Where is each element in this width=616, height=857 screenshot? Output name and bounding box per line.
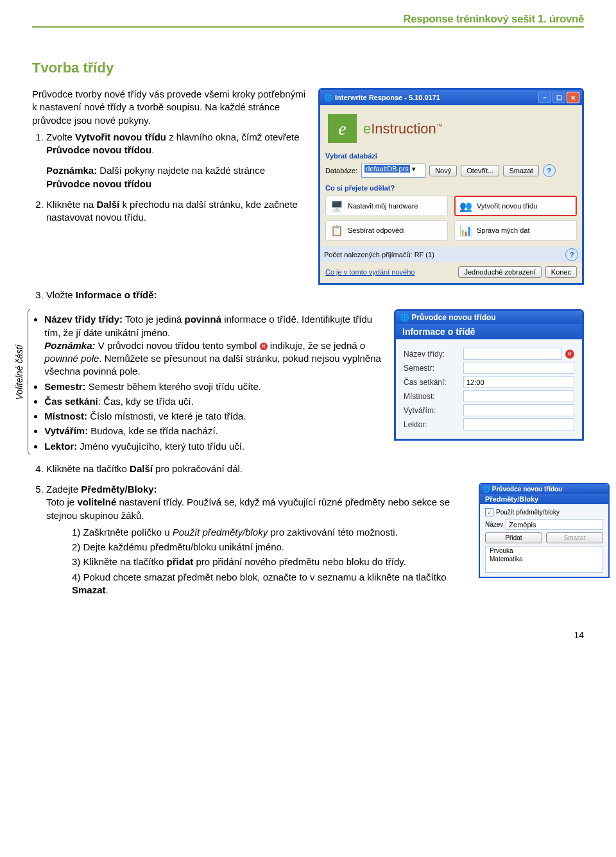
- step-2: Klikněte na Další k přechodu na další st…: [46, 198, 307, 225]
- input-time[interactable]: 12:00: [463, 376, 574, 388]
- option-manage-data[interactable]: 📊Správa mých dat: [454, 220, 577, 241]
- option-collect[interactable]: 📋Sesbírat odpovědi: [325, 220, 448, 241]
- db-section-label: Vybrat databázi: [325, 152, 577, 160]
- step-4: Klikněte na tlačítko Další pro pokračová…: [46, 462, 584, 475]
- bullet-time: Čas setkání: Čas, kdy se třída učí.: [44, 395, 382, 408]
- label-subject-name: Název: [485, 521, 503, 528]
- label-building: Vytvářím:: [404, 406, 458, 415]
- input-lecturer[interactable]: [463, 418, 574, 430]
- wizard3-section: Předměty/Bloky: [480, 494, 608, 504]
- titlebar: 🌐 Interwrite Response - 5.10.0171 – ☐ ✕: [320, 90, 582, 105]
- wizard-titlebar: 🌐 Průvodce novou třídou: [396, 311, 582, 324]
- bullet-room: Místnost: Číslo místnosti, ve které je t…: [44, 410, 382, 423]
- intro-para: Průvodce tvorby nové třídy vás provede v…: [32, 88, 307, 127]
- db-select[interactable]: defaultDB.prs ▾: [361, 164, 425, 178]
- wizard3-titlebar: 🌐 Průvodce novou třídou: [480, 484, 608, 494]
- page-h1: Tvorba třídy: [32, 60, 584, 76]
- bracket-icon: [27, 309, 30, 455]
- required-icon: ✕: [260, 343, 268, 350]
- brand-text: eInstruction™: [363, 121, 443, 137]
- header-title: Response tréninkový sešit 1. úrovně: [32, 13, 584, 26]
- maximize-icon[interactable]: ☐: [552, 92, 565, 103]
- add-button[interactable]: Přidat: [485, 532, 542, 543]
- input-subject-name[interactable]: Zeměpis: [506, 519, 603, 530]
- bullet-lecturer: Lektor: Jméno vyučujícího, který tuto tř…: [44, 440, 382, 453]
- option-hardware[interactable]: 🖥️Nastavit můj hardware: [325, 196, 448, 216]
- open-button[interactable]: Otevřít...: [461, 165, 499, 176]
- input-semester[interactable]: [463, 362, 574, 374]
- db-field-label: Databáze:: [325, 167, 357, 174]
- bullet-semester: Semestr: Semestr během kterého svoji tří…: [44, 380, 382, 393]
- wizard-title: 🌐 Průvodce novou třídou: [400, 313, 496, 322]
- label-room: Místnost:: [404, 392, 458, 401]
- wizard-section-title: Informace o třídě: [396, 324, 582, 339]
- create-class-icon: 👥: [459, 199, 473, 213]
- status-bar: Počet nalezených přijímačů: RF (1) ?: [320, 247, 582, 262]
- step-3: Vložte Informace o třídě:: [46, 289, 584, 301]
- status-help-icon[interactable]: ?: [565, 248, 578, 261]
- bullet-class-name: Název třídy třídy: Toto je jediná povinn…: [44, 313, 382, 378]
- input-building[interactable]: [463, 404, 574, 416]
- hardware-icon: 🖥️: [330, 199, 344, 213]
- required-icon: ✕: [565, 350, 574, 359]
- whats-new-link[interactable]: Co je v tomto vydání nového: [325, 268, 415, 276]
- subjects-list[interactable]: Prvouka Matematika: [485, 546, 603, 573]
- logo-row: eInstruction™: [325, 110, 577, 149]
- simple-view-button[interactable]: Jednoduché zobrazení: [458, 266, 541, 278]
- window-title: 🌐 Interwrite Response - 5.10.0171: [324, 94, 440, 102]
- screenshot-main-window: 🌐 Interwrite Response - 5.10.0171 – ☐ ✕ …: [318, 88, 584, 285]
- delete-button[interactable]: Smazat: [503, 165, 538, 176]
- screenshot-wizard-subjects: 🌐 Průvodce novou třídou Předměty/Bloky ✓…: [479, 483, 610, 578]
- page-number: 14: [32, 630, 584, 640]
- close-icon[interactable]: ✕: [567, 92, 579, 103]
- checkbox-icon: ✓: [485, 508, 493, 516]
- optional-parts-label: Volitelné části: [13, 309, 24, 455]
- bullet-building: Vytvářím: Budova, kde se třída nachází.: [44, 425, 382, 437]
- label-semester: Semestr:: [404, 364, 458, 373]
- list-item[interactable]: Matematika: [486, 555, 603, 563]
- help-icon[interactable]: ?: [543, 164, 556, 177]
- step-1: Zvolte Vytvořit novou třídu z hlavního o…: [46, 131, 307, 191]
- use-subjects-checkbox[interactable]: ✓ Použít předměty/bloky: [485, 508, 603, 516]
- new-button[interactable]: Nový: [429, 165, 457, 176]
- label-time: Čas setkání:: [404, 378, 458, 387]
- manage-icon: 📊: [459, 223, 473, 237]
- label-class-name: Název třídy:: [404, 350, 458, 359]
- screenshot-wizard-info: 🌐 Průvodce novou třídou Informace o tříd…: [394, 309, 584, 441]
- collect-icon: 📋: [330, 223, 344, 237]
- delete-subject-button[interactable]: Smazat: [546, 532, 603, 543]
- end-button[interactable]: Konec: [545, 266, 577, 278]
- minimize-icon[interactable]: –: [538, 92, 551, 103]
- input-room[interactable]: [463, 390, 574, 402]
- question-label: Co si přejete udělat?: [325, 184, 577, 192]
- input-class-name[interactable]: [463, 348, 561, 360]
- label-lecturer: Lektor:: [404, 420, 458, 429]
- option-create-class[interactable]: 👥Vytvořit novou třídu: [454, 196, 577, 216]
- list-item[interactable]: Prvouka: [486, 547, 603, 555]
- logo-icon: [328, 114, 357, 143]
